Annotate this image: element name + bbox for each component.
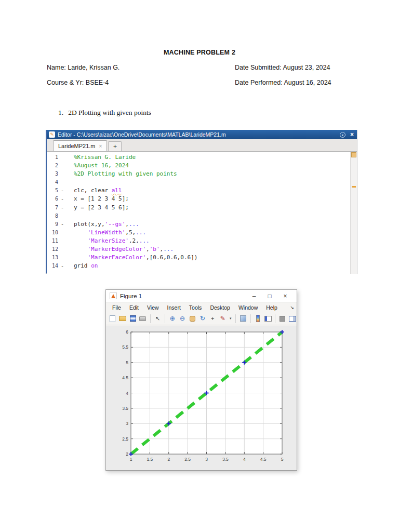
print-icon[interactable] [139,314,147,323]
brush-icon[interactable]: ✎ [219,314,227,323]
menu-item-help[interactable]: Help [262,304,282,311]
pan-icon[interactable] [189,314,196,323]
svg-text:4.5: 4.5 [122,375,128,380]
code-line: 12 'MarkerEdgeColor','b',... [47,245,350,254]
menu-item-tools[interactable]: Tools [185,304,206,311]
menu-item-insert[interactable]: Insert [163,304,185,311]
editor-body: 1%Krissan G. Laride2%August 16, 20243%2D… [47,152,357,274]
code-line: 14-grid on [47,262,350,270]
document-page: MACHINE PROBLEM 2 Name: Laride, Krissan … [0,0,399,532]
editor-close-icon[interactable]: × [350,131,354,138]
svg-text:4: 4 [243,457,246,462]
editor-title: Editor - C:\Users\aizac\OneDrive\Documen… [58,131,340,138]
insert-colorbar-icon[interactable] [254,314,261,323]
figure-toolbar: ↖ ⊕ ⊖ ↻ + ✎ ▾ [106,312,297,325]
svg-text:1: 1 [130,457,132,462]
menu-item-view[interactable]: View [143,304,163,311]
svg-text:3: 3 [205,457,208,462]
code-area[interactable]: 1%Krissan G. Laride2%August 16, 20243%2D… [47,152,350,274]
data-cursor-icon[interactable]: + [209,314,217,323]
course-line: Course & Yr: BSEE-4 [47,79,109,86]
insert-legend-icon[interactable] [264,314,272,323]
open-folder-icon[interactable] [118,314,126,323]
rotate-3d-icon[interactable]: ↻ [198,314,206,323]
figure-plot-area[interactable]: 11.522.533.544.5522.533.544.555.56 [106,326,297,470]
brush-dropdown-icon[interactable]: ▾ [229,316,232,321]
menu-overflow-icon[interactable]: ↘ [290,305,297,310]
item-number: 1. [58,109,63,116]
figure-menubar: FileEditViewInsertToolsDesktopWindowHelp… [106,302,297,312]
document-title: MACHINE PROBLEM 2 [0,49,399,56]
svg-text:3.5: 3.5 [122,406,128,411]
code-line: 8 [47,212,350,220]
new-document-icon[interactable] [109,314,116,323]
svg-text:2.5: 2.5 [122,436,128,442]
code-line: 4 [47,178,350,187]
svg-text:2: 2 [167,457,170,462]
code-line: 9-plot(x,y,'--gs',... [47,220,350,229]
tab-close-icon[interactable]: × [99,143,102,149]
matlab-logo-icon [110,292,117,299]
svg-text:2: 2 [126,451,128,457]
zoom-out-icon[interactable]: ⊖ [178,314,186,323]
name-line: Name: Laride, Krissan G. [47,64,119,71]
zoom-in-icon[interactable]: ⊕ [168,314,176,323]
tab-label: LarideMP21.m [58,143,96,149]
code-line: 13 'MarkerFaceColor',[0.6,0.6,0.6]) [47,254,350,262]
code-line: 2%August 16, 2024 [47,162,350,170]
figure-title: Figure 1 [120,293,142,299]
save-icon[interactable] [129,314,137,323]
code-line: 3%2D Plotting with given points [47,170,350,178]
date-submitted-line: Date Submitted: August 23, 2024 [235,64,330,71]
menu-item-desktop[interactable]: Desktop [206,304,234,311]
new-tab-button[interactable]: + [108,141,122,151]
toolbar-separator [165,314,165,323]
svg-text:4.5: 4.5 [260,457,267,462]
toolbar-separator [250,314,251,323]
link-plots-icon[interactable] [239,314,247,323]
editor-tabstrip: LarideMP21.m × + [47,139,357,152]
code-line: 7-y = [2 3 4 5 6]; [47,204,350,212]
toolbar-separator [275,314,275,323]
toolbar-separator [235,314,236,323]
hide-plot-tools-icon[interactable] [278,314,286,323]
minimize-icon[interactable]: – [246,292,262,300]
toolbar-separator [150,314,151,323]
show-plot-tools-icon[interactable] [289,314,297,323]
svg-text:1.5: 1.5 [147,457,153,462]
date-performed-line: Date Performed: August 16, 2024 [235,79,331,86]
figure-titlebar[interactable]: Figure 1 – □ × [106,290,297,302]
code-line: 6-x = [1 2 3 4 5]; [47,195,350,203]
matlab-editor-window: ✎ Editor - C:\Users\aizac\OneDrive\Docum… [46,130,357,274]
svg-text:5.5: 5.5 [122,344,128,350]
list-item-heading: 1.2D Plotting with given points [58,109,151,117]
plot-canvas: 11.522.533.544.5522.533.544.555.56 [106,326,297,471]
editor-menu-icon[interactable]: ▾ [340,132,345,138]
svg-text:6: 6 [126,329,128,335]
item-title: 2D Plotting with given points [68,109,151,116]
lint-warning-marker[interactable] [352,186,356,188]
pointer-icon[interactable]: ↖ [154,314,162,323]
close-icon[interactable]: × [277,292,293,300]
editor-indicator-column[interactable] [350,152,357,274]
svg-text:5: 5 [281,457,284,462]
matlab-figure-window: Figure 1 – □ × FileEditViewInsertToolsDe… [105,289,297,471]
svg-text:3: 3 [126,421,128,426]
svg-text:2.5: 2.5 [184,457,191,462]
tab-laridemp21[interactable]: LarideMP21.m × [53,140,107,151]
menu-item-window[interactable]: Window [234,304,262,311]
menu-item-edit[interactable]: Edit [125,304,143,311]
window-controls: – □ × [246,292,293,300]
svg-text:3.5: 3.5 [222,457,229,462]
maximize-icon[interactable]: □ [262,292,277,300]
code-line: 1%Krissan G. Laride [47,153,350,162]
code-line: 10 'LineWidth',5,... [47,229,350,237]
editor-titlebar[interactable]: ✎ Editor - C:\Users\aizac\OneDrive\Docum… [47,130,357,139]
menu-item-file[interactable]: File [108,304,125,311]
code-line: 11 'MarkerSize',2,... [47,237,350,245]
editor-icon: ✎ [49,131,55,138]
pencil-icon: ✎ [50,132,54,137]
svg-text:4: 4 [126,391,128,396]
lint-status-indicator[interactable] [351,152,356,157]
svg-text:5: 5 [126,360,128,365]
